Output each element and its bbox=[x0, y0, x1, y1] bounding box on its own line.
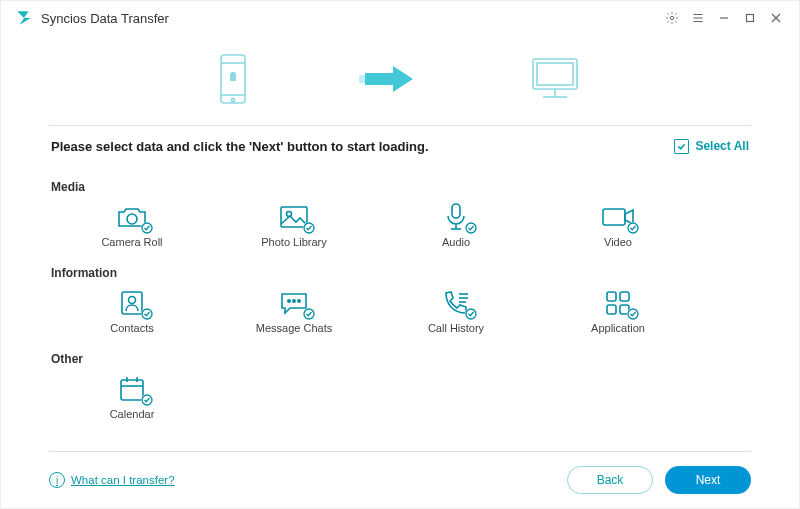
item-contacts[interactable]: Contacts bbox=[51, 282, 213, 336]
item-camera-roll[interactable]: Camera Roll bbox=[51, 196, 213, 250]
help-icon: i bbox=[49, 472, 65, 488]
svg-rect-24 bbox=[452, 204, 460, 218]
checkbox-checked-icon bbox=[674, 139, 689, 154]
svg-point-31 bbox=[129, 297, 136, 304]
photo-library-icon bbox=[276, 202, 312, 232]
target-device-computer-icon bbox=[527, 55, 583, 103]
svg-point-19 bbox=[127, 214, 137, 224]
divider bbox=[49, 125, 751, 126]
transfer-diagram bbox=[1, 39, 799, 119]
item-calendar[interactable]: Calendar bbox=[51, 368, 213, 422]
select-all-checkbox[interactable]: Select All bbox=[674, 139, 749, 154]
app-title: Syncios Data Transfer bbox=[41, 11, 169, 26]
item-message-chats[interactable]: Message Chats bbox=[213, 282, 375, 336]
close-icon[interactable] bbox=[763, 5, 789, 31]
item-label: Contacts bbox=[110, 322, 153, 334]
svg-point-34 bbox=[293, 300, 295, 302]
item-label: Audio bbox=[442, 236, 470, 248]
minimize-icon[interactable] bbox=[711, 5, 737, 31]
help-link-text: What can I transfer? bbox=[71, 474, 175, 486]
item-audio[interactable]: Audio bbox=[375, 196, 537, 250]
svg-rect-28 bbox=[603, 209, 625, 225]
titlebar: Syncios Data Transfer bbox=[1, 1, 799, 35]
item-call-history[interactable]: Call History bbox=[375, 282, 537, 336]
select-all-label: Select All bbox=[695, 139, 749, 153]
settings-icon[interactable] bbox=[659, 5, 685, 31]
instruction-text: Please select data and click the 'Next' … bbox=[51, 139, 429, 154]
section-title-media: Media bbox=[51, 180, 749, 194]
svg-rect-5 bbox=[747, 15, 754, 22]
information-grid: Contacts Message Chats bbox=[51, 282, 749, 336]
svg-point-35 bbox=[298, 300, 300, 302]
item-label: Calendar bbox=[110, 408, 155, 420]
menu-icon[interactable] bbox=[685, 5, 711, 31]
item-label: Call History bbox=[428, 322, 484, 334]
next-button-label: Next bbox=[696, 473, 721, 487]
help-link[interactable]: i What can I transfer? bbox=[49, 472, 175, 488]
item-label: Camera Roll bbox=[101, 236, 162, 248]
maximize-icon[interactable] bbox=[737, 5, 763, 31]
item-label: Application bbox=[591, 322, 645, 334]
data-categories: Media Camera Roll Photo Library bbox=[1, 160, 799, 422]
call-history-icon bbox=[438, 288, 474, 318]
message-chats-icon bbox=[276, 288, 312, 318]
calendar-icon bbox=[114, 374, 150, 404]
svg-rect-42 bbox=[620, 292, 629, 301]
svg-rect-41 bbox=[607, 292, 616, 301]
svg-point-11 bbox=[231, 98, 234, 101]
media-grid: Camera Roll Photo Library bbox=[51, 196, 749, 250]
audio-icon bbox=[438, 202, 474, 232]
item-application[interactable]: Application bbox=[537, 282, 699, 336]
item-label: Photo Library bbox=[261, 236, 326, 248]
item-label: Message Chats bbox=[256, 322, 332, 334]
svg-rect-43 bbox=[607, 305, 616, 314]
transfer-arrow-icon bbox=[359, 64, 417, 94]
back-button-label: Back bbox=[597, 473, 624, 487]
svg-rect-14 bbox=[232, 72, 234, 74]
item-video[interactable]: Video bbox=[537, 196, 699, 250]
section-title-information: Information bbox=[51, 266, 749, 280]
app-logo-icon bbox=[15, 9, 33, 27]
other-grid: Calendar bbox=[51, 368, 749, 422]
back-button[interactable]: Back bbox=[567, 466, 653, 494]
next-button[interactable]: Next bbox=[665, 466, 751, 494]
contacts-icon bbox=[114, 288, 150, 318]
camera-roll-icon bbox=[114, 202, 150, 232]
svg-point-33 bbox=[288, 300, 290, 302]
svg-rect-46 bbox=[121, 380, 143, 400]
video-icon bbox=[600, 202, 636, 232]
application-icon bbox=[600, 288, 636, 318]
item-photo-library[interactable]: Photo Library bbox=[213, 196, 375, 250]
source-device-phone-icon bbox=[217, 53, 249, 105]
svg-point-0 bbox=[670, 16, 674, 20]
instruction-row: Please select data and click the 'Next' … bbox=[1, 132, 799, 160]
section-title-other: Other bbox=[51, 352, 749, 366]
svg-rect-16 bbox=[537, 63, 573, 85]
item-label: Video bbox=[604, 236, 632, 248]
footer: i What can I transfer? Back Next bbox=[49, 451, 751, 508]
